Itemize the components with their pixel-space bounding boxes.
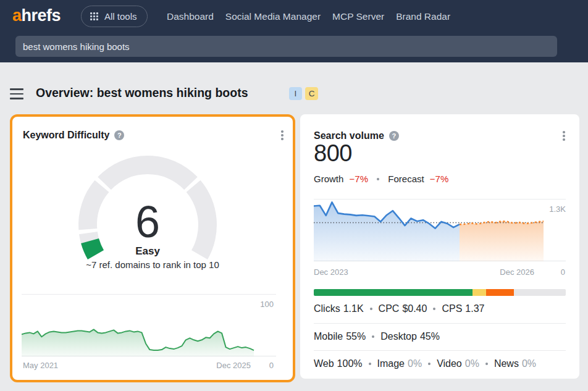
- nav-link-dashboard[interactable]: Dashboard: [167, 11, 214, 22]
- bullet-separator: [369, 363, 371, 365]
- growth-value: −7%: [350, 174, 368, 184]
- clicks-bar-segment: [486, 289, 513, 296]
- kd-xstart-label: May 2021: [23, 361, 58, 370]
- bullet-separator: [370, 308, 372, 310]
- search-volume-value: 800: [314, 140, 352, 167]
- growth-forecast-row: Growth −7% Forecast −7%: [314, 174, 448, 184]
- sv-xend-label: Dec 2026: [500, 267, 534, 277]
- intent-badge-informational[interactable]: I: [289, 87, 302, 100]
- kd-card-header: Keyword Difficulty ?: [23, 128, 285, 142]
- stat-video: Video0%: [437, 358, 479, 369]
- kd-xend-label: Dec 2025: [216, 361, 251, 370]
- menu-icon[interactable]: [10, 88, 23, 100]
- kd-ymin-label: 0: [269, 361, 274, 370]
- clicks-bar-segment: [514, 289, 566, 296]
- main-nav: DashboardSocial Media ManagerMCP ServerB…: [167, 0, 450, 33]
- top-navbar: ahrefs All tools DashboardSocial Media M…: [0, 0, 588, 62]
- help-icon[interactable]: ?: [389, 131, 399, 141]
- kebab-menu-icon[interactable]: [279, 128, 285, 142]
- intent-badge-commercial[interactable]: C: [305, 87, 318, 100]
- bullet-separator: [485, 363, 488, 365]
- kd-score: 6: [86, 200, 209, 244]
- logo-accent-letter: a: [12, 6, 22, 25]
- clicks-stats-row: Clicks1.1KCPC$0.40CPS1.37: [314, 303, 484, 314]
- search-volume-chart[interactable]: [314, 199, 566, 261]
- ahrefs-logo[interactable]: ahrefs: [12, 6, 61, 25]
- stat-cpc: CPC$0.40: [379, 303, 427, 314]
- kd-ref-domains-text: ~7 ref. domains to rank in top 10: [12, 259, 293, 270]
- stat-web: Web100%: [314, 358, 363, 369]
- stat-cps: CPS1.37: [442, 303, 484, 314]
- stat-clicks: Clicks1.1K: [314, 303, 364, 314]
- stat-news: News0%: [494, 358, 536, 369]
- logo-rest: hrefs: [22, 6, 61, 25]
- sv-ymin-label: 0: [561, 267, 565, 277]
- forecast-label: Forecast: [388, 174, 424, 184]
- all-tools-label: All tools: [104, 11, 137, 22]
- kd-ymax-label: 100: [260, 300, 274, 309]
- keyword-overview-screen: ahrefs All tools DashboardSocial Media M…: [0, 0, 588, 391]
- kd-rating-label: Easy: [86, 245, 209, 258]
- kd-card-title: Keyword Difficulty: [23, 130, 109, 141]
- nav-link-social-media-manager[interactable]: Social Media Manager: [225, 11, 321, 22]
- stat-desktop: Desktop45%: [380, 331, 440, 342]
- divider: [314, 350, 566, 351]
- divider: [314, 323, 566, 324]
- bullet-separator: [428, 363, 430, 365]
- search-volume-card: Search volume ? 800 Growth −7% Forecast …: [300, 114, 579, 379]
- grid-icon: [90, 12, 99, 21]
- keyword-search-input[interactable]: [15, 36, 557, 57]
- clicks-distribution-bar[interactable]: [314, 289, 566, 296]
- nav-link-mcp-server[interactable]: MCP Server: [332, 11, 384, 22]
- growth-label: Growth: [314, 174, 343, 184]
- all-tools-button[interactable]: All tools: [81, 6, 148, 27]
- nav-link-brand-radar[interactable]: Brand Radar: [396, 11, 450, 22]
- page-title: Overview: best womens hiking boots: [36, 86, 248, 100]
- sv-ymax-label: 1.3K: [549, 204, 566, 214]
- bullet-separator: [377, 178, 379, 180]
- forecast-value: −7%: [430, 174, 448, 184]
- kebab-menu-icon[interactable]: [561, 129, 567, 143]
- sv-xstart-label: Dec 2023: [314, 267, 348, 277]
- stat-image: Image0%: [377, 358, 422, 369]
- device-stats-row: Mobile55%Desktop45%: [314, 331, 440, 342]
- bullet-separator: [433, 308, 435, 310]
- clicks-bar-segment: [314, 289, 472, 296]
- serp-type-stats-row: Web100%Image0%Video0%News0%: [314, 358, 536, 369]
- stat-mobile: Mobile55%: [314, 331, 366, 342]
- bullet-separator: [372, 335, 374, 338]
- keyword-difficulty-card: Keyword Difficulty ? 6 Easy ~7 ref. doma…: [10, 114, 295, 382]
- kd-history-chart[interactable]: [22, 294, 276, 356]
- help-icon[interactable]: ?: [114, 130, 124, 140]
- clicks-bar-segment: [472, 289, 487, 296]
